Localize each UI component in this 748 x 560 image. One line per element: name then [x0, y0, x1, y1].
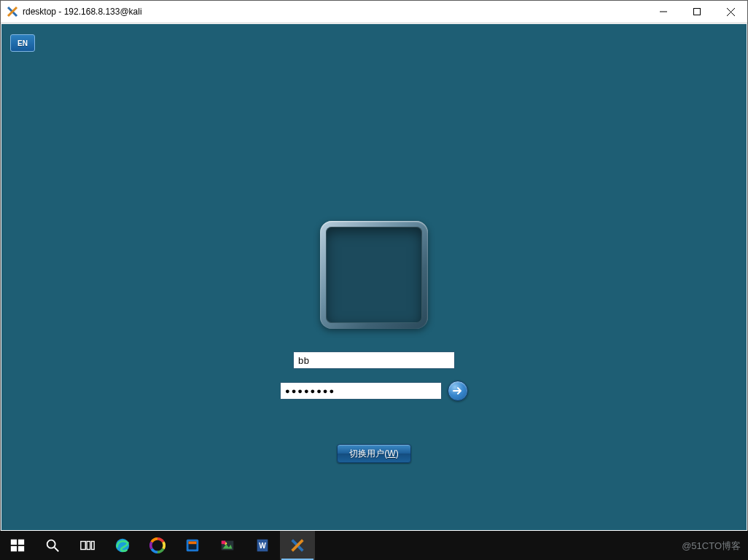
password-input[interactable]: ●●●●●●●●: [280, 382, 442, 400]
window-title: rdesktop - 192.168.8.133@kali: [23, 7, 142, 17]
svg-rect-14: [92, 542, 95, 550]
minimize-icon: [660, 8, 667, 15]
task-view-button[interactable]: [70, 531, 105, 560]
svg-rect-8: [11, 546, 17, 551]
maximize-button[interactable]: [680, 1, 714, 23]
host-taskbar[interactable]: W: [0, 531, 748, 560]
switch-user-hotkey: W: [387, 448, 395, 459]
windows-logo-icon: [9, 537, 26, 553]
task-view-icon: [79, 537, 96, 553]
switch-user-label-prefix: 切换用户(: [349, 448, 387, 460]
search-icon: [44, 537, 61, 553]
svg-rect-19: [189, 542, 197, 545]
color-circle-icon: [149, 537, 165, 553]
svg-point-10: [47, 540, 55, 548]
vmware-icon: [184, 537, 200, 553]
user-avatar-tile: [320, 221, 428, 329]
switch-user-label-suffix: ): [396, 448, 399, 459]
svg-text:W: W: [259, 542, 266, 550]
rdesktop-x-icon: [7, 6, 18, 18]
rdesktop-x-icon: [289, 537, 305, 553]
word-icon: W: [254, 537, 270, 553]
svg-rect-9: [18, 546, 24, 551]
taskbar-app-vmware[interactable]: [175, 531, 210, 560]
switch-user-button[interactable]: 切换用户(W): [337, 444, 410, 463]
svg-rect-6: [11, 540, 17, 545]
titlebar[interactable]: rdesktop - 192.168.8.133@kali: [1, 1, 747, 23]
user-avatar: [326, 227, 422, 323]
svg-line-11: [55, 548, 59, 552]
edge-icon: [114, 537, 130, 553]
taskbar-app-word[interactable]: W: [245, 531, 280, 560]
screenshot-icon: [219, 537, 235, 553]
svg-rect-23: [222, 541, 226, 545]
svg-rect-3: [694, 9, 701, 15]
svg-rect-7: [18, 540, 24, 545]
arrow-right-icon: [452, 385, 464, 397]
input-language-badge[interactable]: EN: [10, 34, 35, 52]
username-row: [293, 351, 455, 370]
taskbar-app-browser[interactable]: [140, 531, 175, 560]
submit-login-button[interactable]: [448, 381, 468, 401]
app-window: rdesktop - 192.168.8.133@kali EN ●●●●●●●…: [0, 0, 748, 532]
login-panel: ●●●●●●●● 切换用户(W): [280, 221, 468, 463]
taskbar-app-snip[interactable]: [210, 531, 245, 560]
search-button[interactable]: [35, 531, 70, 560]
svg-rect-13: [87, 542, 90, 550]
minimize-button[interactable]: [647, 1, 680, 23]
taskbar-app-edge[interactable]: [105, 531, 140, 560]
password-row: ●●●●●●●●: [280, 381, 468, 400]
close-button[interactable]: [714, 1, 747, 23]
close-icon: [727, 8, 735, 16]
username-input[interactable]: [293, 351, 455, 369]
maximize-icon: [693, 8, 701, 15]
taskbar-app-rdesktop[interactable]: [280, 531, 315, 560]
start-button[interactable]: [0, 531, 35, 560]
remote-desktop-viewport[interactable]: EN ●●●●●●●● 切换用户(W): [1, 24, 747, 530]
svg-rect-12: [81, 542, 85, 550]
